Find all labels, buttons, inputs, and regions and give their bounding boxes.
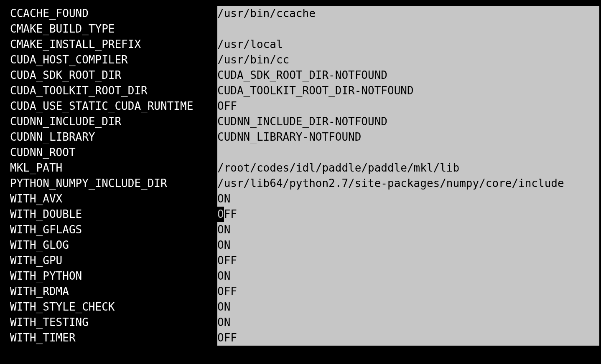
row-right-gap	[599, 284, 601, 299]
row-gutter	[0, 330, 10, 346]
cache-entry-name: CUDA_SDK_ROOT_DIR	[10, 68, 217, 83]
row-right-gap	[599, 268, 601, 284]
cache-entry-value[interactable]: /usr/lib64/python2.7/site-packages/numpy…	[217, 176, 599, 191]
row-right-gap	[599, 299, 601, 315]
cache-entry-value[interactable]: CUDA_SDK_ROOT_DIR-NOTFOUND	[217, 68, 599, 83]
cache-entry-row[interactable]: WITH_GPUOFF	[0, 253, 601, 268]
cache-entry-name: CUDNN_INCLUDE_DIR	[10, 114, 217, 129]
cache-entry-name: MKL_PATH	[10, 160, 217, 176]
cache-entry-value[interactable]: /usr/bin/cc	[217, 52, 599, 68]
cache-entry-name: PYTHON_NUMPY_INCLUDE_DIR	[10, 176, 217, 191]
text-cursor: O	[217, 207, 224, 222]
row-gutter	[0, 191, 10, 207]
row-gutter	[0, 129, 10, 145]
row-gutter	[0, 83, 10, 99]
row-gutter	[0, 99, 10, 114]
row-right-gap	[599, 145, 601, 160]
row-right-gap	[599, 191, 601, 207]
cache-entry-value[interactable]	[217, 21, 599, 37]
cache-entry-row[interactable]: CUDA_SDK_ROOT_DIRCUDA_SDK_ROOT_DIR-NOTFO…	[0, 68, 601, 83]
row-gutter	[0, 68, 10, 83]
cache-entry-value[interactable]: ON	[217, 299, 599, 315]
cache-entry-value[interactable]: CUDNN_INCLUDE_DIR-NOTFOUND	[217, 114, 599, 129]
row-right-gap	[599, 21, 601, 37]
row-right-gap	[599, 129, 601, 145]
row-gutter	[0, 114, 10, 129]
row-right-gap	[599, 222, 601, 238]
cache-entry-value[interactable]	[217, 145, 599, 160]
row-right-gap	[599, 207, 601, 222]
cache-entry-value[interactable]: ON	[217, 315, 599, 330]
cache-entry-value[interactable]: ON	[217, 191, 599, 207]
cache-entry-row[interactable]: CUDA_TOOLKIT_ROOT_DIRCUDA_TOOLKIT_ROOT_D…	[0, 83, 601, 99]
row-gutter	[0, 6, 10, 21]
cache-entry-row[interactable]: CMAKE_BUILD_TYPE	[0, 21, 601, 37]
row-gutter	[0, 21, 10, 37]
cache-entry-value[interactable]: OFF	[217, 253, 599, 268]
cache-entry-row[interactable]: CUDA_HOST_COMPILER/usr/bin/cc	[0, 52, 601, 68]
cache-entry-row[interactable]: CUDNN_ROOT	[0, 145, 601, 160]
row-gutter	[0, 268, 10, 284]
row-gutter	[0, 299, 10, 315]
cache-entry-row[interactable]: PYTHON_NUMPY_INCLUDE_DIR/usr/lib64/pytho…	[0, 176, 601, 191]
row-gutter	[0, 176, 10, 191]
cache-entry-row[interactable]: WITH_STYLE_CHECKON	[0, 299, 601, 315]
cache-entry-row[interactable]: WITH_RDMAOFF	[0, 284, 601, 299]
cache-entry-value[interactable]: /root/codes/idl/paddle/paddle/mkl/lib	[217, 160, 599, 176]
row-gutter	[0, 315, 10, 330]
cache-entry-row[interactable]: WITH_GFLAGSON	[0, 222, 601, 238]
row-right-gap	[599, 52, 601, 68]
row-right-gap	[599, 99, 601, 114]
row-gutter	[0, 253, 10, 268]
cache-entry-value[interactable]: CUDA_TOOLKIT_ROOT_DIR-NOTFOUND	[217, 83, 599, 99]
row-right-gap	[599, 68, 601, 83]
row-right-gap	[599, 238, 601, 253]
row-right-gap	[599, 253, 601, 268]
row-right-gap	[599, 330, 601, 346]
cache-entry-value[interactable]: OFF	[217, 99, 599, 114]
cache-entry-row[interactable]: WITH_DOUBLEOFF	[0, 207, 601, 222]
row-gutter	[0, 207, 10, 222]
row-gutter	[0, 284, 10, 299]
row-right-gap	[599, 37, 601, 52]
cache-entry-value[interactable]: /usr/bin/ccache	[217, 6, 599, 21]
cache-entry-row[interactable]: CUDNN_INCLUDE_DIRCUDNN_INCLUDE_DIR-NOTFO…	[0, 114, 601, 129]
cache-entry-value[interactable]: OFF	[217, 284, 599, 299]
cache-entry-name: CUDA_USE_STATIC_CUDA_RUNTIME	[10, 99, 217, 114]
row-gutter	[0, 37, 10, 52]
row-right-gap	[599, 160, 601, 176]
cache-entry-name: WITH_PYTHON	[10, 268, 217, 284]
cache-entry-row[interactable]: CUDNN_LIBRARYCUDNN_LIBRARY-NOTFOUND	[0, 129, 601, 145]
row-gutter	[0, 52, 10, 68]
cache-entry-value[interactable]: /usr/local	[217, 37, 599, 52]
cache-entry-value[interactable]: ON	[217, 268, 599, 284]
cache-entry-name: CUDNN_ROOT	[10, 145, 217, 160]
cache-entry-row[interactable]: WITH_PYTHONON	[0, 268, 601, 284]
cache-entry-row[interactable]: MKL_PATH/root/codes/idl/paddle/paddle/mk…	[0, 160, 601, 176]
row-gutter	[0, 238, 10, 253]
cache-entry-value[interactable]: ON	[217, 222, 599, 238]
ccmake-config-screen: CCACHE_FOUND/usr/bin/ccacheCMAKE_BUILD_T…	[0, 0, 601, 364]
cache-entry-name: CMAKE_BUILD_TYPE	[10, 21, 217, 37]
cache-entry-name: WITH_GLOG	[10, 238, 217, 253]
cache-entry-list[interactable]: CCACHE_FOUND/usr/bin/ccacheCMAKE_BUILD_T…	[0, 6, 601, 346]
cache-entry-row[interactable]: WITH_TESTINGON	[0, 315, 601, 330]
cache-entry-row[interactable]: CUDA_USE_STATIC_CUDA_RUNTIMEOFF	[0, 99, 601, 114]
cache-entry-name: WITH_TIMER	[10, 330, 217, 346]
cache-entry-name: CUDA_TOOLKIT_ROOT_DIR	[10, 83, 217, 99]
cache-entry-name: CUDNN_LIBRARY	[10, 129, 217, 145]
cache-entry-row[interactable]: WITH_GLOGON	[0, 238, 601, 253]
cache-entry-row[interactable]: CMAKE_INSTALL_PREFIX/usr/local	[0, 37, 601, 52]
cache-entry-value[interactable]: CUDNN_LIBRARY-NOTFOUND	[217, 129, 599, 145]
cache-entry-value-text: FF	[224, 208, 237, 220]
cache-entry-value[interactable]: ON	[217, 238, 599, 253]
cache-entry-value[interactable]: OFF	[217, 330, 599, 346]
row-right-gap	[599, 114, 601, 129]
cache-entry-row[interactable]: WITH_TIMEROFF	[0, 330, 601, 346]
cache-entry-name: WITH_RDMA	[10, 284, 217, 299]
cache-entry-name: WITH_STYLE_CHECK	[10, 299, 217, 315]
cache-entry-row[interactable]: WITH_AVXON	[0, 191, 601, 207]
cache-entry-row[interactable]: CCACHE_FOUND/usr/bin/ccache	[0, 6, 601, 21]
cache-entry-value[interactable]: OFF	[217, 207, 599, 222]
row-gutter	[0, 222, 10, 238]
